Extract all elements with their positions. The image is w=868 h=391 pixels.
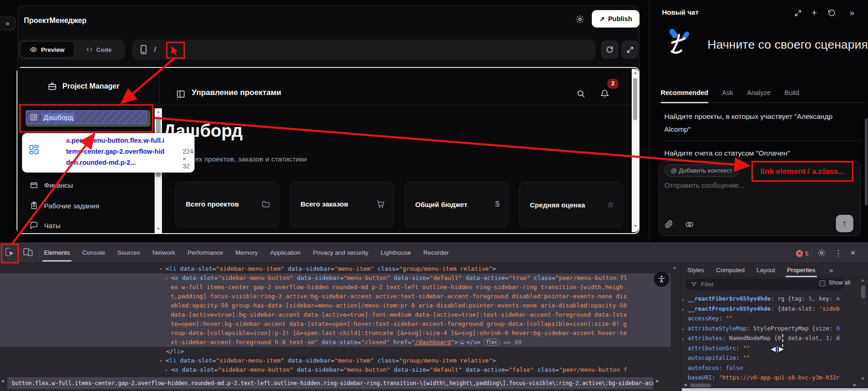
publish-button[interactable]: ↗ Publish bbox=[592, 10, 640, 28]
nav-item-tasks[interactable]: Рабочие задания bbox=[26, 198, 150, 213]
devtools-close-icon[interactable]: × bbox=[848, 248, 858, 258]
scroll-up-arrow[interactable]: ▲ bbox=[673, 265, 677, 270]
property-row[interactable]: ▸attributeStyleMap: StylePropertyMap {si… bbox=[682, 324, 859, 334]
dom-tree-line[interactable]: ▾<li data-slot="sidebar-menu-item" data-… bbox=[0, 356, 671, 365]
accessibility-person-icon[interactable] bbox=[653, 271, 670, 287]
send-button[interactable]: ↑ bbox=[836, 215, 853, 232]
dom-tree-line[interactable]: data-[active=true]:bg-sidebar-accent dat… bbox=[0, 310, 671, 319]
scroll-right-arrow[interactable]: ▶ bbox=[853, 382, 857, 387]
dom-tree-line[interactable]: t,padding] focus-visible:ring-2 active:b… bbox=[0, 292, 671, 301]
chat-tab-ask[interactable]: Ask bbox=[722, 89, 733, 102]
add-context-chip[interactable]: @ Добавить контекст bbox=[664, 164, 739, 177]
publish-arrow-icon: ↗ bbox=[599, 15, 605, 22]
chat-history-icon[interactable] bbox=[826, 7, 837, 18]
chat-tab-analyze[interactable]: Analyze bbox=[747, 89, 771, 102]
code-toggle-button[interactable]: Code bbox=[74, 46, 123, 53]
sidebar-expand-button[interactable]: » bbox=[0, 17, 16, 30]
h-scrollbar-thumb[interactable] bbox=[690, 384, 711, 387]
url-bar[interactable]: / bbox=[132, 39, 595, 60]
suggestion-item[interactable]: Найдите проекты, в которых участвует "Ал… bbox=[664, 110, 861, 136]
devtools-tab-sources[interactable]: Sources bbox=[117, 242, 140, 263]
error-counter[interactable]: ✕ 5 bbox=[796, 250, 808, 257]
briefcase-icon bbox=[48, 82, 57, 91]
dom-tree-line[interactable]: ex w-full items-center gap-2 overflow-hi… bbox=[0, 283, 671, 292]
dom-tree-line[interactable]: </li> bbox=[0, 347, 671, 356]
suggestion-item[interactable]: Найдите счета со статусом "Оплачен" bbox=[664, 149, 861, 157]
code-icon bbox=[86, 46, 93, 53]
nav-item-chats[interactable]: Чаты bbox=[26, 218, 150, 233]
devtools-settings-icon[interactable] bbox=[817, 248, 827, 258]
panel-toggle-icon[interactable] bbox=[176, 89, 185, 99]
refresh-button[interactable] bbox=[601, 40, 618, 59]
devtools-tab-elements[interactable]: Elements bbox=[44, 242, 70, 263]
chat-tab-recommended[interactable]: Recommended bbox=[661, 89, 708, 102]
devtools-sidebar-tab-layout[interactable]: Layout bbox=[757, 263, 775, 277]
search-icon[interactable] bbox=[576, 89, 585, 98]
gear-icon[interactable] bbox=[573, 13, 586, 26]
dom-tree-line[interactable]: te=open]:hover:bg-sidebar-accent data-[s… bbox=[0, 319, 671, 329]
preview-scrollbar-thumb[interactable] bbox=[633, 78, 637, 120]
property-row[interactable]: ▸__reactProps$rv655yv4hde: {data-slot: '… bbox=[682, 304, 859, 314]
property-row[interactable]: accessKey: "" bbox=[682, 313, 859, 324]
project-title: ПроектМенеджер bbox=[24, 17, 87, 25]
breadcrumb-scroll-right[interactable]: ▶ bbox=[656, 379, 659, 383]
fullscreen-button[interactable] bbox=[621, 40, 639, 59]
dom-tree-line[interactable]: ▾<li data-slot="sidebar-menu-item" data-… bbox=[0, 264, 671, 274]
scroll-down-arrow[interactable]: ▼ bbox=[633, 224, 638, 228]
composer-placeholder[interactable]: Отправить сообщение... bbox=[664, 181, 745, 190]
dom-tree-line[interactable]: abled:opacity-50 group-has-data-[sidebar… bbox=[0, 301, 671, 310]
property-row[interactable]: autocapitalize: "" bbox=[682, 353, 859, 363]
page-scrollbar-thumb[interactable] bbox=[865, 118, 868, 206]
devtools-tab-recorder[interactable]: Recorder bbox=[423, 242, 449, 263]
chat-tab-build[interactable]: Build bbox=[785, 89, 799, 102]
devtools-sidebar-tab-properties[interactable]: Properties bbox=[787, 263, 816, 277]
scroll-down-arrow[interactable]: ▼ bbox=[156, 227, 161, 231]
properties-scrollbar-thumb[interactable] bbox=[861, 285, 865, 298]
scroll-up-arrow[interactable]: ▲ bbox=[156, 110, 161, 114]
scroll-up-arrow[interactable]: ▲ bbox=[633, 71, 638, 75]
devtools-sidebar-tab-computed[interactable]: Computed bbox=[716, 263, 745, 277]
devtools-tab-performance[interactable]: Performance bbox=[188, 242, 223, 263]
property-row[interactable]: attributionSrc: "" bbox=[682, 343, 859, 353]
breadcrumb-scroll-left[interactable]: ◀ bbox=[1, 379, 4, 383]
devtools-sidebar-tab-styles[interactable]: Styles bbox=[687, 263, 704, 277]
devtools-tab-privacy-and-security[interactable]: Privacy and security bbox=[313, 242, 368, 263]
dom-tree-line[interactable]: ▸<a data-slot="sidebar-menu-button" data… bbox=[0, 365, 671, 374]
history-icon[interactable] bbox=[553, 13, 566, 26]
scroll-up-arrow[interactable]: ▲ bbox=[861, 278, 865, 282]
dom-tree-line[interactable]: ▸<a data-slot="sidebar-menu-button" data… bbox=[0, 274, 671, 283]
show-all-checkbox[interactable] bbox=[819, 280, 825, 286]
link-icon[interactable] bbox=[684, 219, 695, 229]
expand-icon[interactable] bbox=[792, 7, 803, 18]
dom-tree-line[interactable]: xt-sidebar-accent-foreground h-8 text-sm… bbox=[0, 338, 671, 347]
funnel-icon bbox=[691, 281, 697, 287]
new-chat-icon[interactable]: + bbox=[809, 7, 820, 18]
collapse-panel-icon[interactable]: » bbox=[846, 7, 857, 18]
annotation-box-dashboard bbox=[19, 104, 153, 133]
devtools-menu-icon[interactable]: ⋮ bbox=[833, 248, 843, 258]
scroll-down-arrow[interactable]: ▼ bbox=[861, 376, 865, 381]
bell-icon[interactable] bbox=[600, 89, 609, 98]
show-all-label: Show all bbox=[829, 279, 850, 286]
scroll-left-arrow[interactable]: ◀ bbox=[684, 382, 687, 387]
breadcrumb[interactable]: button.flex.w-full.items-center.gap-2.ov… bbox=[7, 377, 653, 389]
devtools-tab-memory[interactable]: Memory bbox=[235, 242, 258, 263]
dom-tree-line[interactable]: roup-data-[collapsible=icon]:p-2! [&>spa… bbox=[0, 329, 671, 338]
property-row[interactable]: ▸__reactFiber$rv655yv4hde: rg {tag: 5, k… bbox=[682, 294, 859, 304]
screenshot-root: » ПроектМенеджер ↗ Publish Preview Code … bbox=[0, 0, 868, 391]
more-tabs-icon[interactable]: » bbox=[829, 266, 833, 274]
device-toolbar-icon[interactable] bbox=[23, 247, 33, 257]
attach-icon[interactable] bbox=[664, 219, 673, 229]
nav-item-finance[interactable]: Финансы bbox=[26, 177, 150, 193]
preview-toggle-button[interactable]: Preview bbox=[20, 41, 74, 58]
stat-card-rating: Средняя оценка ☆ bbox=[519, 182, 623, 228]
property-row[interactable]: autofocus: false bbox=[682, 363, 859, 373]
annotation-box-inspect bbox=[1, 244, 19, 263]
property-row[interactable]: baseURI: "https://v0-app-qu1-s8-bvc-y3m-… bbox=[682, 373, 859, 382]
devtools-tab-console[interactable]: Console bbox=[82, 242, 105, 263]
devtools-tab-lighthouse[interactable]: Lighthouse bbox=[381, 242, 411, 263]
property-row[interactable]: ▸attributes: NamedNodeMap {0: data-slot,… bbox=[682, 333, 859, 343]
devtools-tab-application[interactable]: Application bbox=[270, 242, 300, 263]
devtools-tab-network[interactable]: Network bbox=[152, 242, 175, 263]
device-icon[interactable] bbox=[139, 45, 148, 55]
